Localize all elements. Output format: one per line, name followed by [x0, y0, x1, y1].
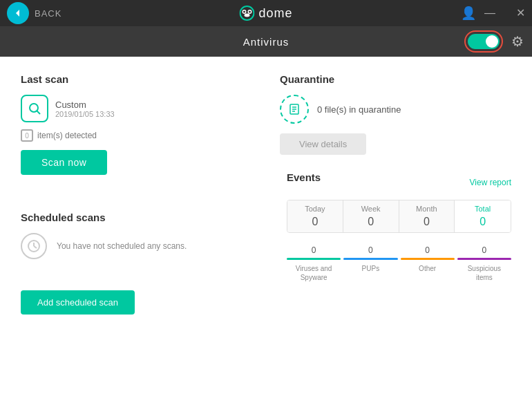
antivirus-title: Antivirus — [243, 36, 289, 48]
view-details-button[interactable]: View details — [280, 133, 366, 155]
title-bar: BACK dome 👤 — ✕ — [0, 0, 532, 26]
right-column: Quarantine 0 file(s) in quarantine View … — [266, 73, 511, 315]
detected-row: 0 item(s) detected — [21, 129, 266, 142]
other-label: Other — [401, 264, 455, 273]
category-viruses: 0 Viruses andSpyware — [287, 245, 341, 282]
logo-text: dome — [258, 6, 292, 21]
pups-count: 0 — [343, 245, 397, 255]
detected-label: item(s) detected — [37, 131, 97, 140]
window-controls: — ✕ — [484, 8, 525, 19]
last-scan-section: Last scan Custom 2019/01/05 13:33 0 item… — [21, 73, 266, 175]
events-tabs: Today 0 Week 0 Month 0 Total 0 — [287, 200, 511, 233]
tab-today[interactable]: Today 0 — [287, 200, 343, 232]
svg-point-6 — [244, 14, 249, 17]
scan-icon — [21, 95, 48, 122]
svg-point-7 — [30, 104, 38, 112]
add-scan-wrapper: Add scheduled scan — [21, 290, 266, 315]
category-pups: 0 PUPs — [343, 245, 397, 282]
category-other: 0 Other — [401, 245, 455, 282]
svg-marker-0 — [16, 10, 19, 17]
pups-bar — [343, 258, 397, 260]
viruses-label: Viruses andSpyware — [287, 264, 341, 282]
back-button[interactable] — [7, 2, 29, 24]
svg-line-11 — [34, 246, 37, 248]
events-title: Events — [287, 171, 321, 183]
svg-line-8 — [37, 111, 41, 115]
events-header: Events View report — [287, 171, 511, 193]
category-suspicious: 0 Suspiciousitems — [457, 245, 511, 282]
close-button[interactable]: ✕ — [516, 8, 525, 19]
tab-total-value: 0 — [457, 216, 508, 228]
quarantine-icon — [280, 95, 309, 124]
quarantine-info: 0 file(s) in quarantine — [280, 95, 511, 124]
quarantine-title: Quarantine — [280, 73, 511, 85]
other-bar — [401, 258, 455, 260]
main-content: Last scan Custom 2019/01/05 13:33 0 item… — [0, 57, 532, 394]
minimize-button[interactable]: — — [484, 8, 495, 19]
tab-week-value: 0 — [346, 216, 396, 228]
view-report-link[interactable]: View report — [470, 178, 511, 187]
detected-count: 0 — [21, 129, 33, 142]
tab-month[interactable]: Month 0 — [399, 200, 455, 232]
tab-month-label: Month — [402, 205, 452, 213]
antivirus-toggle[interactable] — [468, 34, 500, 49]
gear-icon[interactable]: ⚙ — [511, 33, 524, 50]
suspicious-bar — [457, 258, 511, 260]
toggle-container — [464, 30, 503, 53]
antivirus-bar: Antivirus ⚙ — [0, 26, 532, 57]
last-scan-title: Last scan — [21, 73, 266, 85]
add-scheduled-scan-button[interactable]: Add scheduled scan — [21, 290, 135, 315]
clock-icon — [21, 233, 47, 259]
logo: dome — [239, 6, 292, 21]
user-icon[interactable]: 👤 — [461, 6, 476, 21]
left-column: Last scan Custom 2019/01/05 13:33 0 item… — [21, 73, 266, 315]
tab-total-label: Total — [457, 205, 508, 213]
suspicious-count: 0 — [457, 245, 511, 255]
svg-point-1 — [240, 6, 254, 20]
no-schedule-text: You have not scheduled any scans. — [57, 241, 187, 251]
scan-details: Custom 2019/01/05 13:33 — [55, 100, 115, 118]
tab-week-label: Week — [346, 205, 396, 213]
svg-point-4 — [243, 11, 245, 13]
viruses-count: 0 — [287, 245, 341, 255]
tab-today-value: 0 — [290, 216, 340, 228]
category-bars: 0 Viruses andSpyware 0 PUPs 0 Other 0 — [287, 245, 511, 282]
tab-today-label: Today — [290, 205, 340, 213]
quarantine-section: Quarantine 0 file(s) in quarantine View … — [280, 73, 511, 155]
tab-week[interactable]: Week 0 — [343, 200, 399, 232]
other-count: 0 — [401, 245, 455, 255]
back-label: BACK — [35, 8, 61, 19]
tab-month-value: 0 — [402, 216, 452, 228]
no-schedule: You have not scheduled any scans. — [21, 233, 266, 259]
scan-date: 2019/01/05 13:33 — [55, 110, 115, 118]
scheduled-title: Scheduled scans — [21, 212, 266, 223]
scheduled-section: Scheduled scans You have not scheduled a… — [21, 212, 266, 259]
suspicious-label: Suspiciousitems — [457, 264, 511, 282]
events-section: Events View report Today 0 Week 0 Month … — [280, 171, 511, 315]
svg-point-5 — [249, 11, 251, 13]
bar-controls: ⚙ — [464, 30, 524, 53]
tab-total[interactable]: Total 0 — [455, 200, 511, 232]
scan-now-button[interactable]: Scan now — [21, 150, 107, 175]
viruses-bar — [287, 258, 341, 260]
pups-label: PUPs — [343, 264, 397, 273]
scan-type: Custom — [55, 100, 115, 110]
scan-info: Custom 2019/01/05 13:33 — [21, 95, 266, 122]
quarantine-text: 0 file(s) in quarantine — [317, 104, 401, 115]
